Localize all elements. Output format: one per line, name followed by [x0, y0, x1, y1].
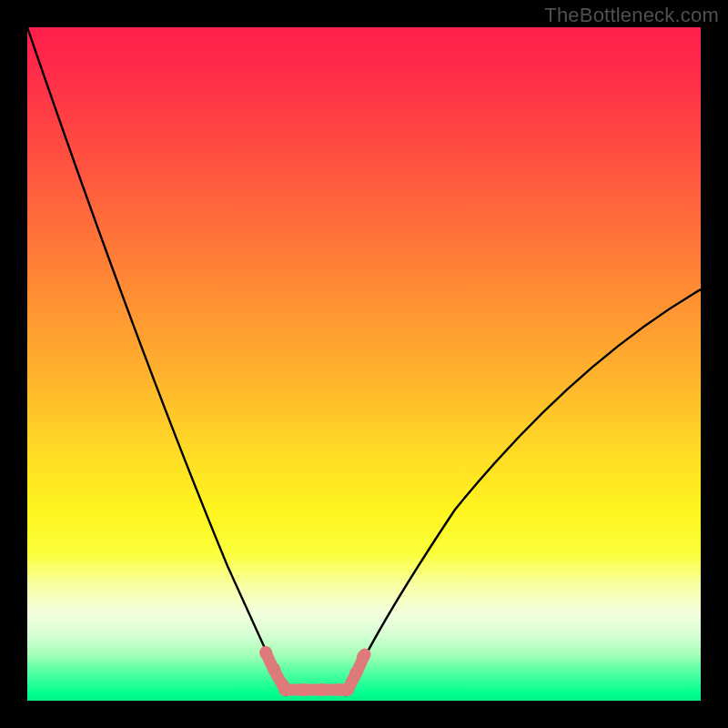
chart-frame: TheBottleneck.com	[0, 0, 728, 728]
curves-layer	[27, 27, 701, 701]
watermark-text: TheBottleneck.com	[544, 4, 719, 27]
right-curve	[346, 289, 701, 696]
bottom-marker-left-solid	[266, 652, 286, 690]
plot-area	[27, 27, 701, 701]
left-curve	[27, 27, 287, 696]
